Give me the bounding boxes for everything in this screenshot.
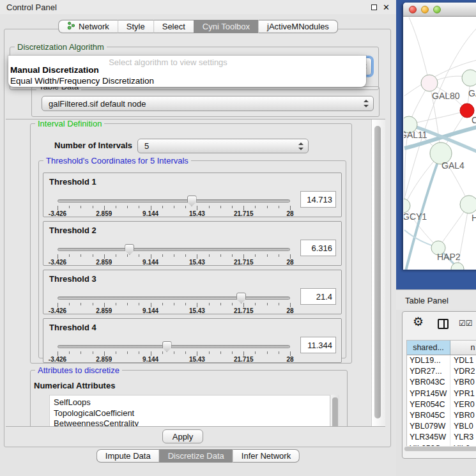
close-window-icon[interactable] (409, 6, 417, 13)
cell-name[interactable]: YBR0 (450, 377, 476, 388)
slider-track[interactable] (58, 248, 290, 251)
slider-thumb[interactable] (236, 293, 246, 303)
attribute-list-item[interactable]: BetweennessCentrality (50, 418, 330, 427)
threshold-value-field[interactable]: 14.713 (300, 191, 336, 208)
threshold-value-field[interactable]: 21.4 (300, 288, 336, 305)
table-horizontal-scrollbar[interactable] (404, 446, 476, 452)
slider-thumb[interactable] (125, 244, 134, 255)
slider-thumb[interactable] (187, 196, 197, 206)
minimize-window-icon[interactable] (421, 6, 429, 13)
slider-tick-label: 21.715 (224, 259, 263, 266)
table-row[interactable]: YBR045CYBR0 (407, 410, 476, 421)
panel-scrollbar[interactable] (371, 119, 385, 427)
table-row[interactable]: YBR043CYBR0 (407, 377, 476, 388)
attribute-list-item[interactable]: TopologicalCoefficient (50, 408, 330, 419)
column-layout-icon[interactable] (438, 319, 449, 329)
tab-impute-data[interactable]: Impute Data (96, 449, 159, 463)
table-row[interactable]: YER054CYER0 (407, 399, 476, 410)
network-node[interactable] (421, 75, 438, 91)
cell-shared-name[interactable]: YBR045C (407, 410, 450, 421)
cell-shared-name[interactable]: YDL19... (407, 355, 450, 366)
slider-tick (116, 303, 116, 305)
cell-shared-name[interactable]: YDR27... (407, 366, 450, 377)
cell-shared-name[interactable]: YBL079W (407, 421, 450, 432)
slider-tick (69, 351, 70, 354)
slider-track[interactable] (58, 345, 290, 348)
table-row[interactable]: YDR27...YDR2 (407, 366, 476, 377)
apply-button[interactable]: Apply (162, 429, 203, 443)
table-row[interactable]: YDL19...YDL1 (407, 355, 476, 366)
network-icon (67, 21, 75, 32)
tab-network[interactable]: Network (58, 20, 118, 33)
table-data-combo[interactable]: galFiltered.sif default node (42, 96, 374, 111)
attributes-list-scrollbar[interactable] (331, 395, 339, 427)
slider-tick (255, 351, 256, 354)
slider-tick (151, 303, 151, 307)
threshold-panel: Threshold 3-3.4262.8599.14415.4321.71528… (43, 270, 342, 314)
table-data-group: Table Data galFiltered.sif default node (31, 86, 380, 117)
slider-tick (279, 254, 279, 257)
cell-name[interactable]: YER0 (450, 399, 476, 410)
cell-name[interactable]: YLR3 (450, 432, 476, 443)
tab-label: Infer Network (242, 451, 291, 461)
algorithm-option[interactable]: Equal Width/Frequency Discretization (10, 76, 365, 87)
float-window-icon[interactable] (371, 4, 377, 10)
attribute-list-item[interactable]: SelfLoops (50, 397, 330, 408)
slider-tick (290, 351, 291, 356)
threshold-slider[interactable]: -3.4262.8599.14415.4321.71528 (58, 342, 291, 362)
column-header-shared-name[interactable]: shared... (407, 341, 450, 355)
table-row[interactable]: YBL079WYBL0 (407, 421, 476, 432)
network-edge[interactable] (409, 111, 467, 125)
cell-name[interactable]: YDL1 (450, 355, 476, 366)
cell-shared-name[interactable]: YER054C (407, 399, 450, 410)
cell-shared-name[interactable]: YLR345W (407, 432, 450, 443)
tab-jactivemnodules[interactable]: jActiveMNodules (258, 20, 338, 33)
slider-tick (58, 254, 58, 259)
threshold-slider[interactable]: -3.4262.8599.14415.4321.71528 (58, 196, 291, 217)
tab-cyni-toolbox[interactable]: Cyni Toolbox (194, 20, 258, 33)
network-node[interactable] (404, 199, 410, 213)
threshold-slider[interactable]: -3.4262.8599.14415.4321.71528 (58, 293, 291, 314)
network-node[interactable] (462, 70, 476, 86)
network-node[interactable] (460, 196, 476, 213)
threshold-value-field[interactable]: 6.316 (300, 240, 336, 256)
network-node-label: GAL4 (441, 160, 464, 171)
cell-name[interactable]: YBR0 (450, 410, 476, 421)
cell-name[interactable]: YPR1 (450, 388, 476, 399)
tab-label: Select (162, 22, 185, 31)
slider-tick (174, 351, 174, 354)
algorithm-option[interactable]: Manual Discretization (10, 65, 365, 76)
slider-tick (81, 303, 81, 305)
tab-select[interactable]: Select (153, 20, 194, 33)
slider-track[interactable] (58, 199, 290, 203)
slider-tick (81, 206, 81, 208)
table-row[interactable]: YPR145WYPR1 (407, 388, 476, 399)
tab-infer-network[interactable]: Infer Network (233, 449, 300, 463)
slider-tick-label: 2.859 (85, 356, 123, 363)
num-intervals-combo[interactable]: 5 (137, 139, 309, 153)
slider-tick (58, 351, 58, 356)
network-canvas[interactable]: GAL80GACGAL11GAL4GCY1HHAP2 (404, 17, 476, 270)
slider-tick-label: 2.859 (85, 259, 123, 266)
slider-track[interactable] (58, 296, 290, 300)
cell-name[interactable]: YBL0 (450, 421, 476, 432)
close-panel-icon[interactable]: ✕ (383, 3, 390, 12)
node-table: shared... n YDL19...YDL1YDR27...YDR2YBR0… (406, 340, 476, 447)
slider-tick-label: -3.426 (38, 307, 77, 314)
slider-tick (81, 254, 81, 257)
numerical-attributes-list[interactable]: SelfLoopsTopologicalCoefficientBetweenne… (49, 395, 330, 427)
cell-shared-name[interactable]: YPR145W (407, 388, 450, 399)
tab-style[interactable]: Style (118, 20, 153, 33)
threshold-value-field[interactable]: 11.344 (300, 337, 336, 353)
checkbox-icons[interactable]: ☑☑ (459, 319, 473, 328)
column-header-name[interactable]: n (450, 341, 476, 355)
cell-name[interactable]: YDR2 (450, 366, 476, 377)
gear-icon[interactable]: ⚙ (413, 316, 424, 328)
cell-shared-name[interactable]: YBR043C (407, 377, 450, 388)
tab-discretize-data[interactable]: Discretize Data (159, 449, 233, 463)
slider-thumb[interactable] (162, 341, 172, 352)
threshold-slider[interactable]: -3.4262.8599.14415.4321.71528 (58, 245, 291, 265)
network-edge[interactable] (409, 17, 429, 83)
table-row[interactable]: YLR345WYLR3 (407, 432, 476, 443)
zoom-window-icon[interactable] (433, 6, 441, 13)
